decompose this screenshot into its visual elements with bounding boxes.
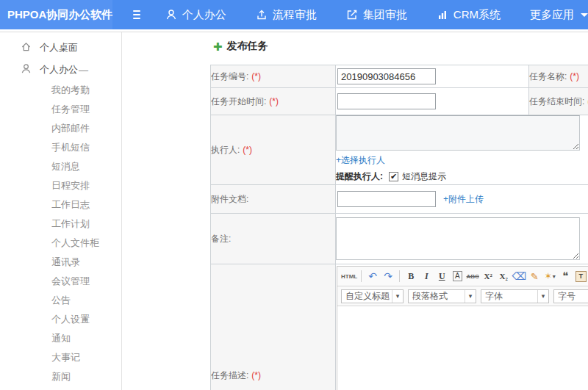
select-executor-link[interactable]: +选择执行人 [336,155,385,165]
top-menu: 个人办公 流程审批 集团审批 CRM系统 [165,8,588,22]
process-approval-icon [256,9,268,21]
start-time-input[interactable] [337,93,436,109]
auto-typeset-button[interactable]: ✶ ▾ [542,269,557,284]
task-name-label: 任务名称:(*) [529,65,588,88]
sidebar-item-schedule[interactable]: 日程安排 [0,176,121,195]
caret-down-icon [581,13,588,17]
nav-group-approval[interactable]: 集团审批 [346,8,407,22]
editor-toolbar-row-1: HTML ↶ ↷ B I U A ABC X² X₂ ⌫ ✎ [337,267,588,286]
superscript-button[interactable]: X² [481,269,495,284]
table-row: 附件文档: +附件上传 [211,185,588,214]
required-mark: (*) [570,71,579,82]
table-row: 任务描述:(*) HTML ↶ ↷ B I U A ABC [211,264,588,390]
paragraph-format-select[interactable]: 段落格式 ▾ [408,289,476,303]
sidebar-item-personal-file-cabinet[interactable]: 个人文件柜 [0,234,121,253]
sidebar-item-work-plan[interactable]: 工作计划 [0,214,121,234]
bold-button[interactable]: B [404,269,418,284]
expand-icon[interactable]: + [82,310,88,329]
header-divider [0,32,588,32]
caret-down-icon: ▾ [537,290,548,303]
main-content: ✚ 发布任务 任务编号:(*) 任务名称:(*) 任务开始时间:(*) 任务结束 [123,32,588,390]
sidebar-item-memorabilia[interactable]: 大事记 [0,348,121,367]
table-row: 任务编号:(*) 任务名称:(*) [211,65,588,88]
nav-more-apps[interactable]: 更多应用 [530,8,588,22]
edit-square-icon [346,9,358,21]
app-logo[interactable]: PHPOA协同办公软件 [0,0,112,29]
subscript-button[interactable]: X₂ [496,269,511,284]
table-row: 执行人:(*) +选择执行人 提醒执行人: ✔ 短消息提示 [211,115,588,185]
editor-toolbar-row-2: 自定义标题 ▾ 段落格式 ▾ 字体 ▾ 字号 ▾ [337,286,588,306]
sidebar-item-announcement[interactable]: 公告 [0,291,121,310]
caret-down-icon: ▾ [392,290,403,303]
executor-cell: +选择执行人 提醒执行人: ✔ 短消息提示 [336,115,588,185]
html-source-button[interactable]: HTML [341,269,357,284]
task-number-input[interactable] [337,68,436,84]
attachment-upload-link[interactable]: +附件上传 [443,193,484,206]
menu-toggle-icon[interactable] [133,10,140,19]
sidebar-item-mobile-sms[interactable]: 手机短信 [0,138,121,157]
sidebar-item-work-log[interactable]: 工作日志 [0,195,121,214]
table-row: 备注: [211,214,588,264]
font-size-select[interactable]: 字号 ▾ [553,289,588,303]
task-description-label: 任务描述:(*) [211,264,336,390]
font-border-button[interactable]: A [453,271,462,281]
rich-text-editor: HTML ↶ ↷ B I U A ABC X² X₂ ⌫ ✎ [337,266,588,390]
executor-textarea[interactable] [336,115,580,151]
sidebar-item-task-management[interactable]: 任务管理 [0,100,121,119]
sidebar-item-news[interactable]: 新闻 [0,367,121,386]
start-time-cell [336,88,529,115]
nav-personal-office[interactable]: 个人办公 [165,8,226,22]
remark-textarea[interactable] [336,217,580,260]
collapse-icon[interactable]: — [79,65,88,76]
caret-down-icon: ▾ [465,290,476,303]
italic-button[interactable]: I [419,269,434,284]
table-row: 任务开始时间:(*) 任务结束时间:(*) [211,88,588,115]
end-time-label: 任务结束时间:(*) [529,88,588,115]
add-task-icon: ✚ [213,41,223,52]
underline-button[interactable]: U [434,269,449,284]
publish-task-form: 任务编号:(*) 任务名称:(*) 任务开始时间:(*) 任务结束时间:(*) [210,65,588,390]
sidebar-item-internal-mail[interactable]: 内部邮件 [0,119,121,138]
format-brush-icon[interactable]: ✎ [527,269,542,284]
sidebar-item-contacts[interactable]: 通讯录 [0,253,121,272]
sidebar-item-my-attendance[interactable]: 我的考勤 [0,81,121,100]
task-number-cell [336,65,529,88]
sidebar-item-personal-settings[interactable]: 个人设置 + [0,310,121,329]
attachment-input[interactable] [337,191,436,207]
task-number-label: 任务编号:(*) [211,65,336,88]
sidebar-item-personal-office[interactable]: 个人办公 — [0,59,121,81]
required-mark: (*) [243,145,252,155]
font-family-select[interactable]: 字体 ▾ [481,289,549,303]
caret-down-icon: ▾ [553,273,556,280]
attachment-cell: +附件上传 [336,185,588,214]
redo-icon[interactable]: ↷ [381,269,395,284]
required-mark: (*) [269,96,279,106]
remark-label: 备注: [211,214,336,264]
editor-content-area[interactable] [337,306,588,390]
required-mark: (*) [251,71,261,82]
start-time-label: 任务开始时间:(*) [211,88,336,115]
attachment-label: 附件文档: [211,185,336,214]
nav-process-approval[interactable]: 流程审批 [256,8,317,22]
sidebar-item-meeting-management[interactable]: 会议管理 [0,272,121,291]
strikethrough-button[interactable]: ABC [465,269,480,284]
blockquote-icon[interactable]: ❝ [558,269,573,284]
custom-title-select[interactable]: 自定义标题 ▾ [341,289,404,303]
page-title: ✚ 发布任务 [213,40,268,53]
nav-crm[interactable]: CRM系统 [437,8,501,22]
sms-remind-option-label: 短消息提示 [402,170,446,183]
paste-as-text-icon[interactable]: T [576,271,587,282]
eraser-icon[interactable]: ⌫ [512,269,526,284]
user-icon [165,9,177,21]
undo-icon[interactable]: ↶ [365,269,380,284]
magic-wand-icon: ✶ [545,271,552,281]
sidebar-item-personal-desktop[interactable]: 个人桌面 [0,37,121,59]
top-navigation-bar: PHPOA协同办公软件 个人办公 流程审批 [0,0,588,29]
sidebar: 个人桌面 个人办公 — 我的考勤 任务管理 内部邮件 手机短信 短消息 日程安排… [0,32,122,390]
task-description-cell: HTML ↶ ↷ B I U A ABC X² X₂ ⌫ ✎ [336,264,588,390]
sidebar-item-short-message[interactable]: 短消息 [0,157,121,176]
executor-label: 执行人:(*) [211,115,336,185]
sidebar-item-notification[interactable]: 通知 [0,329,121,348]
required-mark: (*) [251,370,261,380]
sms-remind-checkbox[interactable]: ✔ [389,172,398,181]
